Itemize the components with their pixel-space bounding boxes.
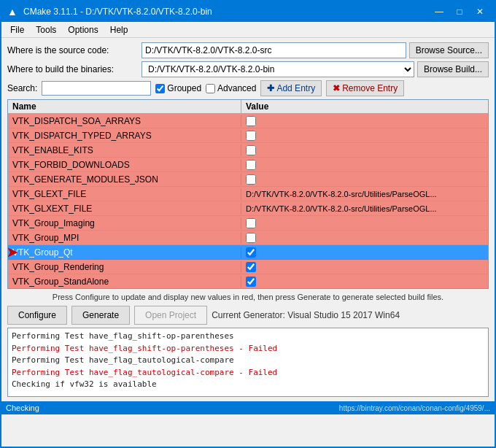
remove-entry-label: Remove Entry bbox=[342, 83, 398, 93]
table-cell-name: VTK_FORBID_DOWNLOADS bbox=[8, 159, 241, 171]
table-row[interactable]: VTK_Group_Imaging bbox=[8, 216, 488, 231]
open-project-button[interactable]: Open Project bbox=[134, 306, 207, 325]
row-checkbox[interactable] bbox=[246, 174, 256, 185]
table-cell-name: VTK_Group_StandAlone bbox=[8, 276, 241, 287]
build-row: Where to build the binaries: D:/VTK/VTK-… bbox=[7, 61, 489, 77]
source-input[interactable] bbox=[142, 42, 406, 58]
status-text: Checking bbox=[6, 403, 39, 412]
table-cell-name: VTK_DISPATCH_TYPED_ARRAYS bbox=[8, 130, 241, 142]
table-row[interactable]: VTK_FORBID_DOWNLOADS bbox=[8, 158, 488, 172]
cmake-table[interactable]: Name Value VTK_DISPATCH_SOA_ARRAYSVTK_DI… bbox=[7, 99, 489, 289]
log-line: Performing Test have_flag_tautological-c… bbox=[12, 367, 484, 379]
x-icon: ✖ bbox=[333, 83, 340, 93]
log-line: Performing Test have_flag_tautological-c… bbox=[12, 355, 484, 367]
row-checkbox[interactable] bbox=[246, 262, 256, 272]
grouped-label: Grouped bbox=[167, 83, 201, 93]
table-cell-value[interactable]: D:/VTK/VTK-8.2.0/VTK-8.2.0-src/Utilities… bbox=[241, 189, 488, 199]
cmake-icon: ▲ bbox=[7, 6, 19, 18]
generate-button[interactable]: Generate bbox=[71, 306, 130, 325]
log-line: Performing Test have_flag_shift-op-paren… bbox=[12, 331, 484, 343]
row-checkbox[interactable] bbox=[246, 131, 256, 141]
row-checkbox[interactable] bbox=[246, 277, 256, 287]
menu-bar: FileToolsOptionsHelp bbox=[1, 22, 495, 38]
add-entry-label: Add Entry bbox=[276, 83, 315, 93]
table-cell-value[interactable] bbox=[241, 276, 488, 287]
row-arrow-icon: ➤ bbox=[7, 245, 18, 260]
advanced-label: Advanced bbox=[217, 83, 256, 93]
table-cell-value[interactable] bbox=[241, 174, 488, 185]
table-cell-value[interactable] bbox=[241, 217, 488, 229]
table-cell-name: VTK_Group_Qt bbox=[8, 247, 241, 258]
add-entry-button[interactable]: ✚ Add Entry bbox=[260, 80, 322, 96]
remove-entry-button[interactable]: ✖ Remove Entry bbox=[326, 80, 404, 96]
grouped-checkbox[interactable] bbox=[155, 84, 165, 93]
row-checkbox[interactable] bbox=[246, 233, 256, 243]
table-cell-value[interactable] bbox=[241, 130, 488, 142]
main-content: Where is the source code: Browse Source.… bbox=[1, 38, 495, 401]
table-row[interactable]: VTK_GLXEXT_FILED:/VTK/VTK-8.2.0/VTK-8.2.… bbox=[8, 201, 488, 216]
table-row[interactable]: VTK_DISPATCH_TYPED_ARRAYS bbox=[8, 128, 488, 143]
table-cell-value[interactable] bbox=[241, 261, 488, 273]
source-row: Where is the source code: Browse Source.… bbox=[7, 42, 489, 58]
advanced-checkbox-label[interactable]: Advanced bbox=[206, 83, 256, 93]
minimize-button[interactable]: — bbox=[430, 4, 448, 19]
build-label: Where to build the binaries: bbox=[7, 64, 139, 74]
search-label: Search: bbox=[7, 83, 37, 93]
menu-item-options[interactable]: Options bbox=[62, 23, 104, 36]
table-cell-value[interactable] bbox=[241, 232, 488, 244]
row-checkbox[interactable] bbox=[246, 116, 256, 126]
row-checkbox[interactable] bbox=[246, 145, 256, 155]
table-cell-value[interactable] bbox=[241, 159, 488, 171]
table-cell-name: VTK_GLEXT_FILE bbox=[8, 188, 241, 200]
menu-item-tools[interactable]: Tools bbox=[30, 23, 62, 36]
table-cell-value[interactable] bbox=[241, 247, 488, 258]
source-label: Where is the source code: bbox=[7, 45, 139, 55]
menu-item-help[interactable]: Help bbox=[104, 23, 134, 36]
row-checkbox[interactable] bbox=[246, 218, 256, 228]
search-input[interactable] bbox=[42, 81, 151, 96]
title-left: ▲ CMake 3.11.1 - D:/VTK/VTK-8.2.0/VTK-8.… bbox=[7, 6, 212, 18]
close-button[interactable]: ✕ bbox=[471, 4, 489, 19]
row-checkbox[interactable] bbox=[246, 247, 256, 258]
window-title: CMake 3.11.1 - D:/VTK/VTK-8.2.0/VTK-8.2.… bbox=[23, 7, 212, 17]
table-row[interactable]: VTK_GLEXT_FILED:/VTK/VTK-8.2.0/VTK-8.2.0… bbox=[8, 187, 488, 201]
table-row[interactable]: ➤VTK_Group_Qt bbox=[8, 245, 488, 260]
log-area[interactable]: Performing Test have_flag_shift-op-paren… bbox=[7, 328, 489, 397]
table-cell-name: VTK_GENERATE_MODULES_JSON bbox=[8, 174, 241, 185]
table-row[interactable]: VTK_GENERATE_MODULES_JSON bbox=[8, 172, 488, 187]
table-row[interactable]: VTK_Group_StandAlone bbox=[8, 274, 488, 289]
table-row[interactable]: VTK_DISPATCH_SOA_ARRAYS bbox=[8, 114, 488, 128]
table-cell-value[interactable]: D:/VTK/VTK-8.2.0/VTK-8.2.0-src/Utilities… bbox=[241, 204, 488, 214]
table-body: VTK_DISPATCH_SOA_ARRAYSVTK_DISPATCH_TYPE… bbox=[8, 114, 488, 289]
current-generator: Current Generator: Visual Studio 15 2017… bbox=[212, 310, 400, 320]
table-cell-value[interactable] bbox=[241, 115, 488, 127]
plus-icon: ✚ bbox=[267, 83, 274, 93]
grouped-checkbox-label[interactable]: Grouped bbox=[155, 83, 201, 93]
advanced-checkbox[interactable] bbox=[206, 84, 215, 93]
table-cell-name: VTK_ENABLE_KITS bbox=[8, 144, 241, 156]
menu-item-file[interactable]: File bbox=[4, 23, 30, 36]
table-cell-name: VTK_Group_MPI bbox=[8, 232, 241, 244]
table-cell-value[interactable] bbox=[241, 144, 488, 156]
table-cell-name: VTK_Group_Rendering bbox=[8, 261, 241, 273]
value-column-header: Value bbox=[241, 100, 488, 113]
table-cell-name: VTK_GLXEXT_FILE bbox=[8, 203, 241, 215]
browse-source-button[interactable]: Browse Source... bbox=[409, 42, 489, 58]
table-header: Name Value bbox=[8, 100, 488, 114]
configure-button[interactable]: Configure bbox=[7, 306, 67, 325]
maximize-button[interactable]: □ bbox=[451, 4, 468, 19]
table-row[interactable]: VTK_Group_MPI bbox=[8, 231, 488, 245]
name-column-header: Name bbox=[8, 100, 241, 113]
browse-build-button[interactable]: Browse Build... bbox=[417, 61, 489, 77]
title-controls: — □ ✕ bbox=[430, 4, 489, 19]
search-row: Search: Grouped Advanced ✚ Add Entry ✖ R… bbox=[7, 80, 489, 96]
row-checkbox[interactable] bbox=[246, 160, 256, 170]
title-bar: ▲ CMake 3.11.1 - D:/VTK/VTK-8.2.0/VTK-8.… bbox=[1, 1, 495, 22]
build-input[interactable]: D:/VTK/VTK-8.2.0/VTK-8.2.0-bin bbox=[142, 61, 414, 77]
info-text: Press Configure to update and display ne… bbox=[7, 292, 489, 303]
bottom-buttons: Configure Generate Open Project Current … bbox=[7, 306, 489, 325]
table-row[interactable]: VTK_Group_Rendering bbox=[8, 260, 488, 274]
log-line: Performing Test have_flag_shift-op-paren… bbox=[12, 343, 484, 355]
table-row[interactable]: VTK_ENABLE_KITS bbox=[8, 143, 488, 158]
status-url: https://bintray.com/conan/conan-config/4… bbox=[339, 404, 490, 412]
